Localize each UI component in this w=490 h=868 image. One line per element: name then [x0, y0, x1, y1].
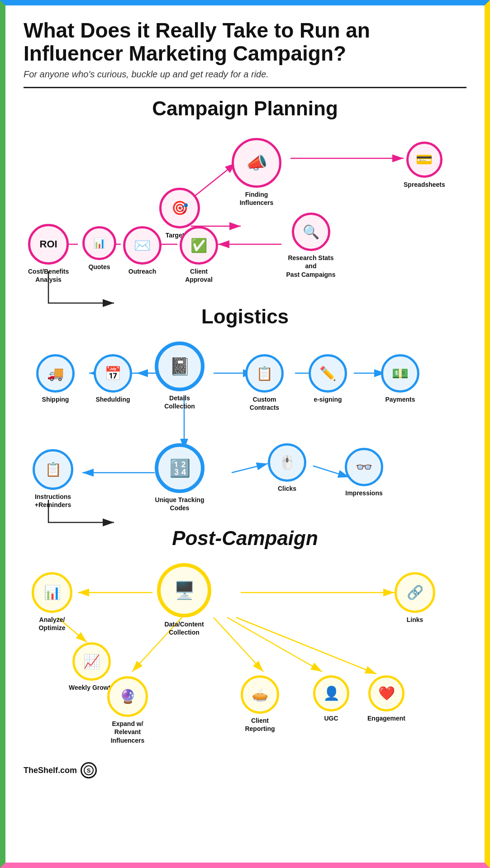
svg-line-26	[227, 617, 322, 672]
svg-line-27	[236, 617, 376, 674]
logistics-flow: 📓 Details Collection 🚚 Shipping 📅	[24, 337, 466, 536]
circle-contracts: 📋	[245, 354, 284, 393]
label-expand: Expand w/Relevant Influencers	[103, 720, 152, 745]
node-tracking: 🔢 Unique TrackingCodes	[155, 443, 205, 512]
node-expand: 🔮 Expand w/Relevant Influencers	[103, 676, 152, 745]
label-shipping: Shipping	[42, 395, 69, 403]
header-divider	[24, 87, 466, 88]
icon-clientreporting: 🥧	[252, 688, 268, 702]
label-spreadsheets: Spreadsheets	[404, 180, 445, 189]
label-impressions: Impressions	[345, 489, 382, 497]
label-details: Details Collection	[155, 394, 205, 410]
footer-logo: S	[81, 762, 97, 778]
icon-impressions: 👓	[356, 460, 372, 474]
node-datacollection: 🖥️ Data/ContentCollection	[157, 563, 211, 636]
logistics-section: Logistics	[24, 305, 466, 536]
icon-spreadsheets: 💳	[416, 153, 433, 166]
icon-quotes: 📊	[93, 237, 105, 249]
label-links: Links	[407, 616, 423, 624]
label-contracts: CustomContracts	[250, 395, 279, 412]
icon-clicks: 🖱️	[279, 456, 295, 470]
icon-research: 🔍	[303, 225, 319, 239]
label-analyze: Analyze/Optimize	[38, 616, 65, 632]
label-payments: Payments	[385, 395, 415, 403]
node-shipping: 🚚 Shipping	[36, 354, 75, 403]
node-clicks: 🖱️ Clicks	[268, 443, 306, 493]
node-analyze: 📊 Analyze/Optimize	[32, 572, 72, 632]
icon-contracts: 📋	[256, 367, 273, 380]
label-quotes: Quotes	[88, 263, 110, 271]
icon-payments: 💵	[392, 367, 409, 380]
icon-targeting: 🎯	[171, 201, 188, 215]
icon-engagement: ❤️	[378, 687, 395, 700]
node-research: 🔍 Research Stats andPast Campaigns	[286, 213, 336, 279]
icon-scheduling: 📅	[105, 367, 121, 380]
node-quotes: 📊 Quotes	[82, 226, 116, 271]
icon-shipping: 🚚	[47, 367, 64, 380]
label-datacollection: Data/ContentCollection	[164, 620, 204, 636]
shelf-logo-icon: S	[84, 765, 94, 775]
icon-datacollection: 🖥️	[174, 582, 195, 599]
circle-spreadsheets: 💳	[406, 142, 442, 178]
node-details: 📓 Details Collection	[155, 342, 205, 410]
circle-clicks: 🖱️	[268, 443, 306, 482]
circle-ugc: 👤	[313, 675, 349, 711]
label-instructions: Instructions+Reminders	[35, 493, 71, 509]
circle-engagement: ❤️	[368, 675, 404, 711]
label-engagement: Engagement	[367, 714, 405, 722]
label-ugc: UGC	[324, 714, 338, 722]
post-campaign-flow: 🖥️ Data/ContentCollection 📊 Analyze/Opti…	[24, 559, 466, 749]
node-instructions: 📋 Instructions+Reminders	[33, 449, 73, 509]
icon-analyze: 📊	[44, 586, 61, 599]
header: What Does it Really Take to Run an Influ…	[24, 19, 466, 88]
circle-datacollection: 🖥️	[157, 563, 211, 617]
node-finding: 📣 FindingInfluencers	[232, 138, 281, 207]
circle-quotes: 📊	[82, 226, 116, 260]
node-approval: ✅ ClientApproval	[180, 226, 218, 284]
circle-impressions: 👓	[345, 448, 383, 486]
svg-line-25	[214, 617, 263, 672]
icon-esigning: ✏️	[319, 367, 336, 380]
icon-approval: ✅	[190, 239, 207, 252]
label-clientreporting: ClientReporting	[245, 716, 275, 733]
icon-instructions: 📋	[45, 463, 62, 476]
node-impressions: 👓 Impressions	[345, 448, 383, 497]
label-research: Research Stats andPast Campaigns	[286, 254, 336, 279]
label-finding: FindingInfluencers	[240, 190, 274, 207]
circle-tracking: 🔢	[155, 443, 205, 493]
icon-links: 🔗	[407, 586, 423, 599]
circle-finding: 📣	[232, 138, 281, 188]
footer-brand: TheShelf.com	[24, 766, 77, 775]
circle-analyze: 📊	[32, 572, 72, 613]
campaign-planning-flow: 🎯 Targeting 📣 FindingInfluencers 💳	[24, 129, 466, 319]
node-spreadsheets: 💳 Spreadsheets	[404, 142, 445, 189]
page-container: What Does it Really Take to Run an Influ…	[0, 0, 490, 868]
circle-research: 🔍	[292, 213, 330, 251]
circle-payments: 💵	[381, 354, 419, 393]
footer: TheShelf.com S	[24, 758, 466, 778]
campaign-planning-section: Campaign Planning	[24, 97, 466, 319]
node-esigning: ✏️ e-signing	[309, 354, 347, 403]
main-title: What Does it Really Take to Run an Influ…	[24, 19, 466, 65]
circle-links: 🔗	[395, 572, 435, 613]
node-clientreporting: 🥧 ClientReporting	[241, 675, 279, 733]
label-esigning: e-signing	[314, 395, 342, 403]
node-engagement: ❤️ Engagement	[367, 675, 405, 722]
icon-ugc: 👤	[323, 687, 340, 700]
post-campaign-section: Post-Campaign	[24, 527, 466, 749]
label-clicks: Clicks	[278, 484, 296, 493]
svg-line-17	[232, 464, 268, 473]
node-links: 🔗 Links	[395, 572, 435, 624]
label-roi: Cost/BenefitsAnalysis	[28, 267, 69, 284]
icon-roi: ROI	[40, 238, 57, 250]
node-roi: ROI Cost/BenefitsAnalysis	[28, 224, 69, 284]
circle-roi: ROI	[28, 224, 69, 265]
label-tracking: Unique TrackingCodes	[155, 496, 205, 512]
icon-outreach: ✉️	[134, 239, 151, 252]
icon-weeklygrowth: 📈	[83, 655, 100, 669]
node-ugc: 👤 UGC	[313, 675, 349, 722]
node-outreach: ✉️ Outreach	[123, 226, 162, 275]
node-contracts: 📋 CustomContracts	[245, 354, 284, 412]
label-outreach: Outreach	[128, 267, 156, 275]
campaign-planning-title: Campaign Planning	[24, 97, 466, 120]
